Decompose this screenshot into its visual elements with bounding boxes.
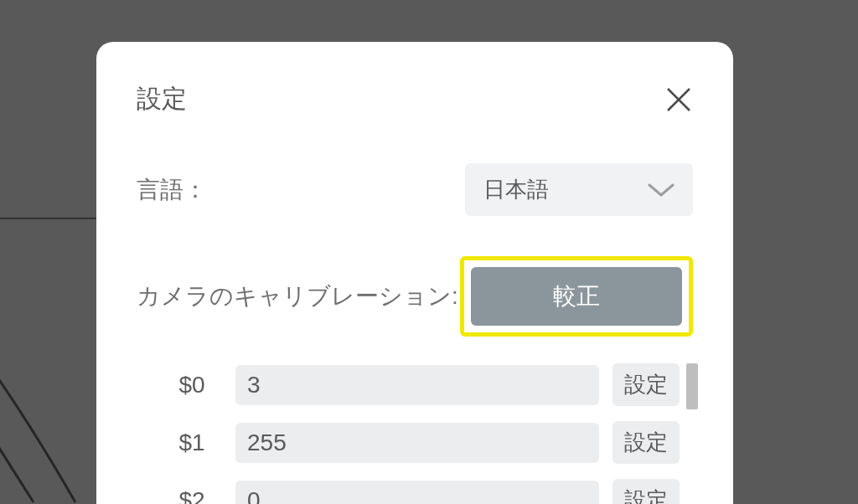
language-label: 言語： bbox=[137, 174, 207, 206]
setting-key-2: $2 bbox=[162, 487, 222, 505]
setting-row: $0 設定 bbox=[162, 363, 680, 406]
setting-row: $1 設定 bbox=[162, 421, 680, 464]
language-select[interactable]: 日本語 bbox=[465, 163, 693, 216]
calibration-row: カメラのキャリブレーション: 較正 bbox=[137, 256, 693, 337]
calibration-highlight: 較正 bbox=[460, 256, 693, 337]
language-row: 言語： 日本語 bbox=[137, 163, 693, 216]
setting-input-0[interactable] bbox=[235, 365, 599, 405]
setting-key-0: $0 bbox=[162, 372, 222, 399]
language-value: 日本語 bbox=[483, 175, 549, 204]
calibration-label: カメラのキャリブレーション: bbox=[137, 280, 458, 312]
setting-input-2[interactable] bbox=[235, 481, 599, 505]
calibration-button[interactable]: 較正 bbox=[471, 267, 682, 326]
setting-input-1[interactable] bbox=[235, 423, 599, 463]
setting-button-2[interactable]: 設定 bbox=[612, 479, 680, 504]
chevron-down-icon bbox=[648, 183, 675, 198]
settings-list: $0 設定 $1 設定 $2 設定 bbox=[137, 363, 693, 504]
modal-header: 設定 bbox=[137, 82, 693, 116]
modal-title: 設定 bbox=[137, 82, 187, 116]
scrollbar-thumb[interactable] bbox=[686, 363, 698, 409]
settings-modal: 設定 言語： 日本語 カメラのキャリブレーション: 較正 $0 設定 bbox=[96, 42, 733, 504]
close-icon[interactable] bbox=[664, 85, 693, 114]
setting-button-0[interactable]: 設定 bbox=[612, 363, 680, 406]
setting-key-1: $1 bbox=[162, 429, 222, 456]
setting-row: $2 設定 bbox=[162, 479, 680, 504]
setting-button-1[interactable]: 設定 bbox=[612, 421, 680, 464]
